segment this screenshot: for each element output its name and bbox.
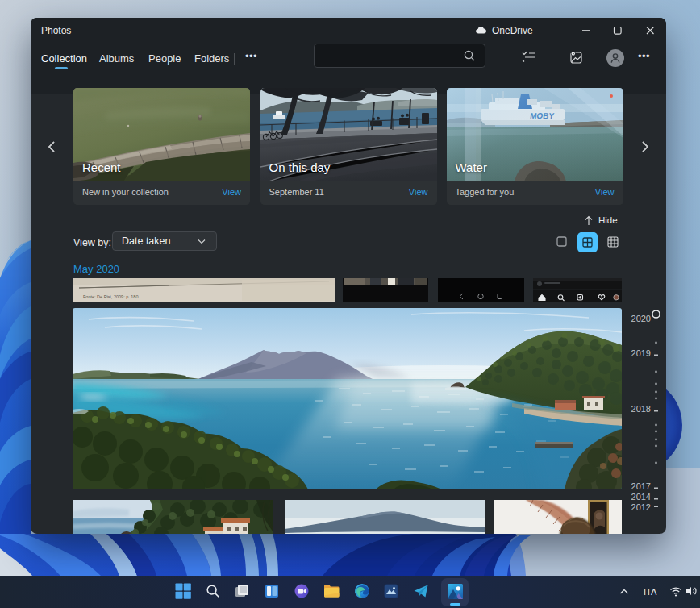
svg-text:Fonte: De Risi, 2009: p. 180.: Fonte: De Risi, 2009: p. 180. <box>83 294 140 299</box>
